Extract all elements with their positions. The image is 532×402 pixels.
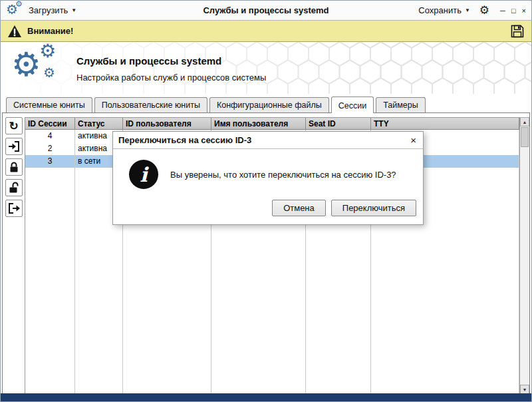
vertical-scrollbar[interactable]: ▲ ▼ <box>519 117 529 394</box>
cancel-button[interactable]: Отмена <box>272 200 326 216</box>
scroll-up-button[interactable]: ▲ <box>520 117 529 126</box>
cell-session-id: 2 <box>25 142 75 155</box>
warning-label: Внимание! <box>27 26 73 36</box>
switch-session-button[interactable] <box>5 138 23 155</box>
save-menu-button[interactable]: Сохранить ▼ <box>418 5 470 15</box>
floppy-save-icon[interactable] <box>510 24 525 39</box>
scrollbar-thumb[interactable] <box>521 127 529 147</box>
bottom-frame <box>1 393 531 401</box>
window-controls: ─ □ × <box>500 6 526 15</box>
column-header-session-id[interactable]: ID Сессии <box>25 118 75 129</box>
minimize-button[interactable]: ─ <box>500 6 505 15</box>
app-logo-gears: ⚙ ⚙ ⚙ <box>11 45 70 91</box>
refresh-icon: ↻ <box>9 120 18 132</box>
lock-icon <box>7 160 21 174</box>
terminate-session-button[interactable] <box>5 200 23 217</box>
switch-session-icon <box>7 140 21 153</box>
tab-system-units[interactable]: Системные юниты <box>6 97 92 112</box>
load-menu-label: Загрузить <box>29 5 68 15</box>
switch-session-dialog: Переключиться на сессию ID-3 × i Вы увер… <box>112 131 424 225</box>
warning-triangle-icon <box>7 25 22 38</box>
scroll-down-button[interactable]: ▼ <box>520 385 529 394</box>
save-menu-label: Сохранить <box>418 5 462 15</box>
titlebar: ⚙ ⚙ Загрузить ▼ Службы и процессы system… <box>1 1 531 21</box>
dialog-close-button[interactable]: × <box>409 135 418 145</box>
scrollbar-track[interactable] <box>520 148 529 385</box>
dialog-title: Переключиться на сессию ID-3 <box>118 135 251 145</box>
column-header-tty[interactable]: TTY <box>371 118 519 129</box>
arrow-up-icon: ▲ <box>523 120 527 124</box>
chevron-down-icon: ▼ <box>465 7 470 13</box>
tab-user-units[interactable]: Пользовательские юниты <box>94 97 207 112</box>
dialog-body: i Вы уверены, что хотите переключиться н… <box>113 149 423 194</box>
dialog-message: Вы уверены, что хотите переключиться на … <box>170 170 396 180</box>
cell-session-id: 4 <box>25 130 75 142</box>
lock-session-button[interactable] <box>5 158 23 176</box>
logout-icon <box>7 202 21 215</box>
app-gears-icon: ⚙ ⚙ <box>6 3 23 19</box>
tab-sessions[interactable]: Сессии <box>331 97 374 113</box>
arrow-down-icon: ▼ <box>523 387 527 392</box>
unlock-session-button[interactable] <box>5 179 23 196</box>
tab-timers[interactable]: Таймеры <box>376 97 426 112</box>
tab-config-files[interactable]: Конфигурационные файлы <box>209 97 329 112</box>
table-header-row: ID Сессии Статус ID пользователя Имя пол… <box>25 117 519 130</box>
unlock-icon <box>7 181 21 194</box>
close-button[interactable]: × <box>522 6 526 15</box>
session-toolbar: ↻ <box>3 117 25 394</box>
column-header-seat-id[interactable]: Seat ID <box>306 118 371 129</box>
hero-header: ⚙ ⚙ ⚙ Службы и процессы systemd Настройк… <box>1 42 531 94</box>
dialog-footer: Отмена Переключиться <box>113 194 423 224</box>
page-subtitle: Настройка работы служб и процессов систе… <box>76 73 266 83</box>
load-menu-button[interactable]: Загрузить ▼ <box>29 5 76 15</box>
refresh-button[interactable]: ↻ <box>5 117 23 134</box>
column-header-user-id[interactable]: ID пользователя <box>123 118 211 129</box>
maximize-button[interactable]: □ <box>511 6 516 15</box>
info-icon: i <box>129 160 158 189</box>
dialog-titlebar: Переключиться на сессию ID-3 × <box>113 132 423 149</box>
column-header-status[interactable]: Статус <box>75 118 123 129</box>
chevron-down-icon: ▼ <box>71 7 76 13</box>
app-window: ⚙ ⚙ Загрузить ▼ Службы и процессы system… <box>0 0 532 402</box>
warning-bar: Внимание! <box>1 21 531 42</box>
column-header-user-name[interactable]: Имя пользователя <box>211 118 306 129</box>
confirm-switch-button[interactable]: Переключиться <box>331 200 416 216</box>
page-title: Службы и процессы systemd <box>76 55 221 67</box>
cell-session-id: 3 <box>25 155 75 168</box>
tab-bar: Системные юниты Пользовательские юниты К… <box>1 94 531 112</box>
settings-gear-icon[interactable]: ⚙ <box>479 5 489 16</box>
